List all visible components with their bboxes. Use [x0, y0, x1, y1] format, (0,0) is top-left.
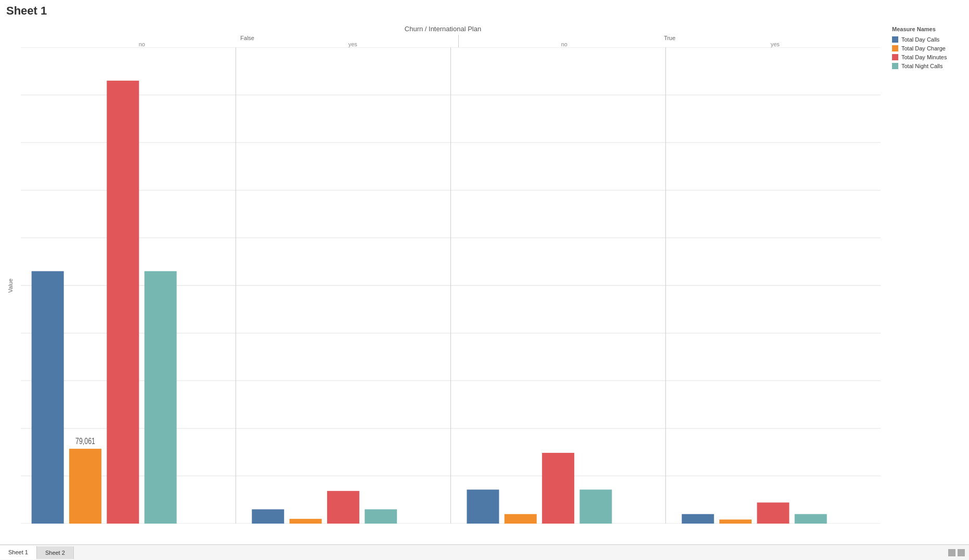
bar-false-no-daycharge [69, 449, 101, 524]
group-true-label: True [664, 35, 675, 41]
bar-true-yes-daycalls [682, 514, 714, 524]
chart-title: Churn / International Plan [5, 22, 881, 33]
legend-item: Total Night Calls [892, 63, 963, 69]
y-axis-label: Value [5, 47, 16, 524]
tab-sheet2[interactable]: Sheet 2 [37, 546, 74, 559]
legend-item: Total Day Calls [892, 36, 963, 43]
chart-area: Churn / International Plan False no yes … [0, 22, 886, 544]
legend-item-label: Total Night Calls [901, 63, 942, 69]
legend-color-box [892, 63, 898, 69]
bar-true-yes-dayminutes [757, 502, 789, 524]
bar-true-no-daycalls [467, 490, 499, 524]
subgroup-true-no: no [459, 41, 670, 47]
legend-item: Total Day Minutes [892, 54, 963, 60]
bottom-tabs: Sheet 1 Sheet 2 [0, 544, 969, 560]
legend-color-box [892, 45, 898, 51]
bar-true-no-dayminutes [542, 453, 574, 524]
status-icon-2 [958, 549, 965, 556]
legend-color-box [892, 36, 898, 43]
svg-text:79,061: 79,061 [75, 436, 95, 446]
bar-true-no-daycharge [505, 514, 537, 524]
bar-false-yes-daycharge [290, 519, 322, 524]
legend-item-label: Total Day Minutes [901, 54, 947, 60]
bar-false-no-nightcalls [145, 271, 177, 524]
main-content: Churn / International Plan False no yes … [0, 22, 969, 544]
subgroup-true-yes: yes [670, 41, 881, 47]
chart-wrapper: Value [5, 47, 881, 524]
subgroup-false-yes: yes [248, 41, 459, 47]
bar-true-yes-daycharge [719, 519, 752, 524]
legend-item-label: Total Day Charge [901, 45, 946, 51]
subgroup-false-no: no [36, 41, 248, 47]
tab-sheet1[interactable]: Sheet 1 [0, 546, 37, 559]
legend: Measure Names Total Day Calls Total Day … [886, 22, 969, 544]
bar-false-yes-dayminutes [327, 491, 359, 524]
bar-false-no-dayminutes [107, 81, 139, 524]
bar-false-no-daycalls [32, 271, 64, 524]
bar-true-yes-nightcalls [795, 514, 827, 524]
status-icon-1 [948, 549, 955, 556]
legend-item: Total Day Charge [892, 45, 963, 51]
legend-items: Total Day Calls Total Day Charge Total D… [892, 36, 963, 69]
bar-true-no-nightcalls [579, 490, 612, 524]
chart-svg: 500K 450K 400K 350K 300K 250K 200K 150K … [21, 47, 881, 524]
bar-false-yes-nightcalls [365, 510, 397, 524]
bar-false-yes-daycalls [252, 510, 284, 524]
app-container: Sheet 1 Churn / International Plan False… [0, 0, 969, 560]
legend-color-box [892, 54, 898, 60]
sheet-title: Sheet 1 [0, 0, 969, 22]
legend-item-label: Total Day Calls [901, 36, 939, 43]
group-false-label: False [240, 35, 254, 41]
legend-title: Measure Names [892, 26, 963, 32]
